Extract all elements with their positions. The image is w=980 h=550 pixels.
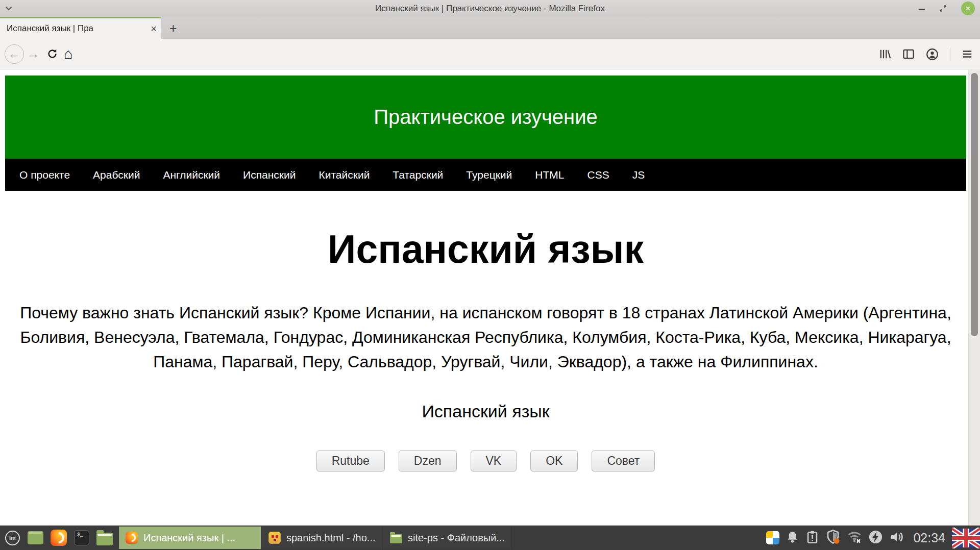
window-controls: – × <box>919 0 975 17</box>
power-manager-icon[interactable] <box>868 530 883 546</box>
clock[interactable]: 02:34 <box>913 531 945 545</box>
keyboard-layout-flag-icon[interactable] <box>952 528 980 548</box>
tab-title: Испанский язык | Пра <box>7 23 149 34</box>
back-button[interactable]: ← <box>5 44 24 64</box>
update-shield-icon[interactable] <box>825 529 841 546</box>
social-buttons: Rutube Dzen VK OK Совет <box>5 451 966 471</box>
toolbar-separator <box>950 47 950 61</box>
nav-item-turetskiy[interactable]: Турецкий <box>466 169 512 181</box>
navigation-toolbar: ← → ⌂ i file:///home/user/Рабочий стол/s… <box>0 39 980 69</box>
system-tray: 02:34 <box>766 528 980 548</box>
close-button[interactable]: × <box>961 2 975 15</box>
firefox-icon <box>126 532 138 544</box>
page-heading: Испанский язык <box>5 229 966 270</box>
reload-button[interactable] <box>47 48 58 59</box>
home-button[interactable]: ⌂ <box>64 45 73 62</box>
folder-icon <box>390 534 402 543</box>
toolbar-right-icons <box>879 39 973 69</box>
workspace-switcher-icon[interactable] <box>766 531 779 544</box>
notifications-bell-icon[interactable] <box>786 530 799 546</box>
browser-viewport: Практическое изучение О проекте Арабский… <box>0 70 980 526</box>
banner-title: Практическое изучение <box>374 106 598 129</box>
maximize-button[interactable] <box>939 5 947 12</box>
page-paragraph: Почему важно знать Испанский язык? Кроме… <box>14 301 958 374</box>
text-editor-icon <box>268 532 281 544</box>
task-label: Испанский язык | ... <box>143 532 235 544</box>
tab-spanish[interactable]: Испанский язык | Пра × <box>0 17 161 39</box>
sovet-button[interactable]: Совет <box>592 451 655 471</box>
ok-button[interactable]: OK <box>530 451 578 471</box>
nav-item-kitayskiy[interactable]: Китайский <box>318 169 370 181</box>
nav-item-ispanskiy[interactable]: Испанский <box>243 169 296 181</box>
minimize-button[interactable]: – <box>919 4 925 13</box>
volume-icon[interactable] <box>889 529 905 547</box>
mint-menu-button[interactable]: lm <box>0 526 24 550</box>
reports-clipboard-icon[interactable] <box>805 530 819 546</box>
scrollbar-thumb[interactable] <box>971 73 978 336</box>
window-titlebar: Испанский язык | Практическое изучение -… <box>0 0 980 17</box>
show-desktop-icon[interactable] <box>28 531 43 544</box>
new-tab-button[interactable]: + <box>169 21 177 36</box>
task-text-editor-window[interactable]: spanish.html - /ho... <box>262 527 383 549</box>
window-title: Испанский язык | Практическое изучение -… <box>375 4 605 14</box>
nav-item-html[interactable]: HTML <box>535 169 564 181</box>
task-file-manager-window[interactable]: site-ps - Файловый... <box>383 527 512 549</box>
quick-launchers: $_ <box>28 530 113 546</box>
page-nav: О проекте Арабский Английский Испанский … <box>5 159 966 191</box>
nav-item-o-proekte[interactable]: О проекте <box>19 169 70 181</box>
nav-item-arabskiy[interactable]: Арабский <box>93 169 140 181</box>
rutube-button[interactable]: Rutube <box>316 451 385 471</box>
wifi-disconnected-icon[interactable] <box>847 529 862 546</box>
chevron-down-icon[interactable] <box>5 4 12 13</box>
taskbar: lm $_ Испанский язык | ... spanish.html … <box>0 526 980 550</box>
hamburger-menu-icon[interactable] <box>962 48 973 60</box>
tab-bar: Испанский язык | Пра × + <box>0 17 980 39</box>
files-launcher-icon[interactable] <box>96 533 113 545</box>
sidebar-icon[interactable] <box>902 48 915 60</box>
library-icon[interactable] <box>879 48 891 60</box>
nav-item-js[interactable]: JS <box>632 169 645 181</box>
task-firefox-window[interactable]: Испанский язык | ... <box>119 527 261 549</box>
dzen-button[interactable]: Dzen <box>399 451 457 471</box>
page-banner: Практическое изучение <box>5 76 966 159</box>
account-icon[interactable] <box>926 48 939 61</box>
nav-item-css[interactable]: CSS <box>587 169 609 181</box>
tab-close-icon[interactable]: × <box>151 23 157 35</box>
web-page: Практическое изучение О проекте Арабский… <box>5 76 966 471</box>
scrollbar[interactable] <box>968 70 980 526</box>
firefox-launcher-icon[interactable] <box>51 530 67 546</box>
terminal-launcher-icon[interactable]: $_ <box>74 530 89 545</box>
nav-item-angliyskiy[interactable]: Английский <box>163 169 220 181</box>
vk-button[interactable]: VK <box>471 451 517 471</box>
mint-logo-icon: lm <box>5 531 20 545</box>
page-subheading: Испанский язык <box>5 402 966 421</box>
nav-item-tatarskiy[interactable]: Татарский <box>393 169 443 181</box>
task-label: spanish.html - /ho... <box>286 532 376 544</box>
task-label: site-ps - Файловый... <box>408 532 505 544</box>
screen: Испанский язык | Практическое изучение -… <box>0 0 980 550</box>
forward-button[interactable]: → <box>26 44 41 64</box>
